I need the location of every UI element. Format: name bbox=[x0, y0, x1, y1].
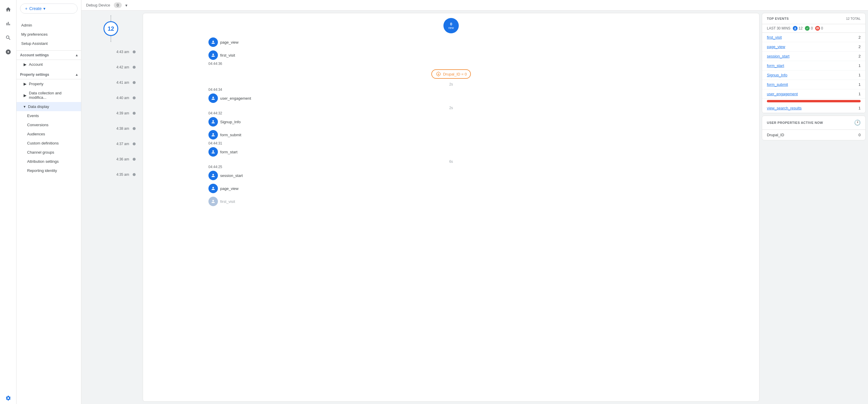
chevron-right-icon: ▶ bbox=[24, 62, 27, 67]
event-icon-user-engagement bbox=[209, 93, 218, 103]
dropdown-arrow-icon[interactable]: ▾ bbox=[125, 3, 127, 8]
stat-row-signup-info: Signup_Info 1 bbox=[762, 70, 865, 80]
sidebar-item-reporting-identity[interactable]: Reporting identity bbox=[17, 166, 81, 175]
my-preferences-link[interactable]: My preferences bbox=[17, 30, 81, 39]
stat-count-form-start: 1 bbox=[859, 63, 861, 68]
plus-icon: + bbox=[25, 6, 27, 11]
sidebar-item-data-display[interactable]: ▾ Data display bbox=[17, 102, 81, 111]
stat-name-user-engagement[interactable]: user_engagement bbox=[767, 92, 798, 96]
user-prop-name-drupal: Drupal_ID bbox=[767, 133, 784, 137]
green-count: 0 bbox=[811, 26, 813, 30]
property-settings-section-header[interactable]: Property settings ▴ bbox=[17, 70, 81, 79]
timeline-entry-2: 4:42 am bbox=[82, 60, 140, 75]
main-content: Debug Device 0 ▾ 12 4:43 am 4:42 am bbox=[82, 0, 868, 404]
stat-name-form-start[interactable]: form_start bbox=[767, 63, 784, 68]
sidebar-item-conversions[interactable]: Conversions bbox=[17, 120, 81, 129]
event-icon-page-view-2 bbox=[209, 184, 218, 193]
event-icon-signup-info bbox=[209, 117, 218, 126]
top-events-card: TOP EVENTS 12 TOTAL LAST 30 MINS 12 bbox=[762, 13, 866, 113]
event-row-form-start: form_start bbox=[209, 145, 694, 158]
stat-name-page-view[interactable]: page_view bbox=[767, 44, 785, 49]
custom-definitions-label: Custom definitions bbox=[27, 141, 59, 145]
settings-gear-icon-btn[interactable] bbox=[2, 392, 14, 404]
chevron-up-icon: ▴ bbox=[76, 53, 78, 57]
blue-count: 12 bbox=[799, 26, 803, 30]
home-icon-btn[interactable] bbox=[2, 4, 14, 15]
conversions-label: Conversions bbox=[27, 123, 49, 127]
event-icon-page-view-1 bbox=[209, 37, 218, 47]
timeline-time-4: 4:40 am bbox=[117, 96, 129, 100]
last-30-mins-label: LAST 30 MINS bbox=[767, 26, 790, 30]
sidebar-item-audiences[interactable]: Audiences bbox=[17, 129, 81, 138]
timeline-entry-6: 4:38 am bbox=[82, 121, 140, 136]
stat-name-first-visit[interactable]: first_visit bbox=[767, 35, 782, 39]
event-name-form-submit: form_submit bbox=[220, 133, 242, 137]
event-time-form-start: 04:44:31 bbox=[209, 141, 694, 145]
timeline-time-5: 4:39 am bbox=[117, 111, 129, 115]
drupal-id-badge: Drupal_ID = 0 bbox=[431, 69, 471, 79]
timeline-time-8: 4:36 am bbox=[117, 157, 129, 161]
events-label: Events bbox=[27, 114, 39, 118]
debug-badge: 0 bbox=[114, 2, 122, 8]
chevron-right-icon-2: ▶ bbox=[24, 82, 27, 86]
blue-stat-dot bbox=[793, 26, 798, 31]
event-name-first-visit-2: first_visit bbox=[220, 199, 235, 204]
sidebar-item-attribution-settings[interactable]: Attribution settings bbox=[17, 157, 81, 166]
setup-assistant-link[interactable]: Setup Assistant bbox=[17, 39, 81, 48]
timeline-dotted-line-2 bbox=[111, 36, 111, 42]
timeline-time-6: 4:38 am bbox=[117, 126, 129, 131]
blue-stat-badge: 12 bbox=[793, 26, 803, 31]
user-properties-title: USER PROPERTIES ACTIVE NOW bbox=[767, 121, 823, 124]
drupal-badge-section: 04:44:36 Drupal_ID = 0 2s bbox=[209, 62, 694, 88]
history-icon: 🕐 bbox=[854, 119, 861, 126]
stat-name-form-submit[interactable]: form_submit bbox=[767, 82, 788, 87]
stat-name-session-start[interactable]: session_start bbox=[767, 54, 789, 58]
event-time-session-start: 04:44:25 bbox=[209, 165, 694, 169]
event-row-form-submit: form_submit bbox=[209, 128, 694, 141]
sidebar-item-account[interactable]: ▶ Account bbox=[17, 60, 81, 69]
sidebar-item-custom-definitions[interactable]: Custom definitions bbox=[17, 138, 81, 148]
account-settings-label: Account settings bbox=[20, 53, 49, 57]
timeline-entries: 4:43 am 4:42 am 4:41 am 4:40 am 4:39 am bbox=[82, 44, 140, 182]
stat-count-signup-info: 1 bbox=[859, 73, 861, 77]
timeline-entry-5: 4:39 am bbox=[82, 105, 140, 121]
stat-name-view-search-results[interactable]: view_search_results bbox=[767, 106, 802, 110]
chevron-down-icon-2: ▾ bbox=[24, 104, 26, 109]
orange-stat-badge: 0 bbox=[815, 26, 823, 31]
account-settings-section-header[interactable]: Account settings ▴ bbox=[17, 51, 81, 60]
timeline-time-9: 4:35 am bbox=[117, 173, 129, 177]
timeline-entry-9: 4:35 am bbox=[82, 167, 140, 182]
red-highlight-bar bbox=[767, 100, 861, 102]
event-name-form-start: form_start bbox=[220, 150, 238, 154]
attribution-settings-label: Attribution settings bbox=[27, 159, 59, 164]
sidebar-item-property[interactable]: ▶ Property bbox=[17, 79, 81, 89]
sidebar-item-events[interactable]: Events bbox=[17, 111, 81, 120]
sidebar-item-channel-groups[interactable]: Channel groups bbox=[17, 148, 81, 157]
timeline-dot-8 bbox=[133, 158, 135, 161]
timeline-dot-3 bbox=[133, 81, 135, 84]
event-time-user-engagement: 04:44:34 bbox=[209, 88, 694, 92]
sidebar-item-data-collection[interactable]: ▶ Data collection and modifica... bbox=[17, 89, 81, 102]
timeline-dot-7 bbox=[133, 143, 135, 145]
stat-row-form-start: form_start 1 bbox=[762, 61, 865, 70]
bar-chart-icon-btn[interactable] bbox=[2, 18, 14, 30]
event-icon-first-visit-1 bbox=[209, 51, 218, 60]
timeline-dot-1 bbox=[133, 51, 135, 53]
content-area: 12 4:43 am 4:42 am 4:41 am 4:40 am bbox=[82, 11, 868, 404]
stat-name-signup-info[interactable]: Signup_Info bbox=[767, 73, 787, 77]
event-row-page-view-2: page_view bbox=[209, 182, 694, 195]
event-icon-form-submit bbox=[209, 130, 218, 139]
search-icon-btn[interactable] bbox=[2, 32, 14, 44]
event-time-signup: 04:44:32 bbox=[209, 111, 694, 115]
top-events-total: 12 TOTAL bbox=[846, 17, 861, 20]
target-icon-btn[interactable] bbox=[2, 46, 14, 58]
chevron-up-icon-2: ▴ bbox=[76, 72, 78, 77]
create-label: Create bbox=[29, 6, 41, 11]
timeline-entry-7: 4:37 am bbox=[82, 136, 140, 152]
timeline-dot-2 bbox=[133, 66, 135, 69]
event-name-page-view-2: page_view bbox=[220, 186, 239, 191]
stat-count-user-engagement: 1 bbox=[859, 92, 861, 96]
create-button[interactable]: + Create ▾ bbox=[20, 4, 78, 13]
user-prop-val-drupal: 0 bbox=[859, 133, 861, 137]
admin-link[interactable]: Admin bbox=[17, 21, 81, 30]
